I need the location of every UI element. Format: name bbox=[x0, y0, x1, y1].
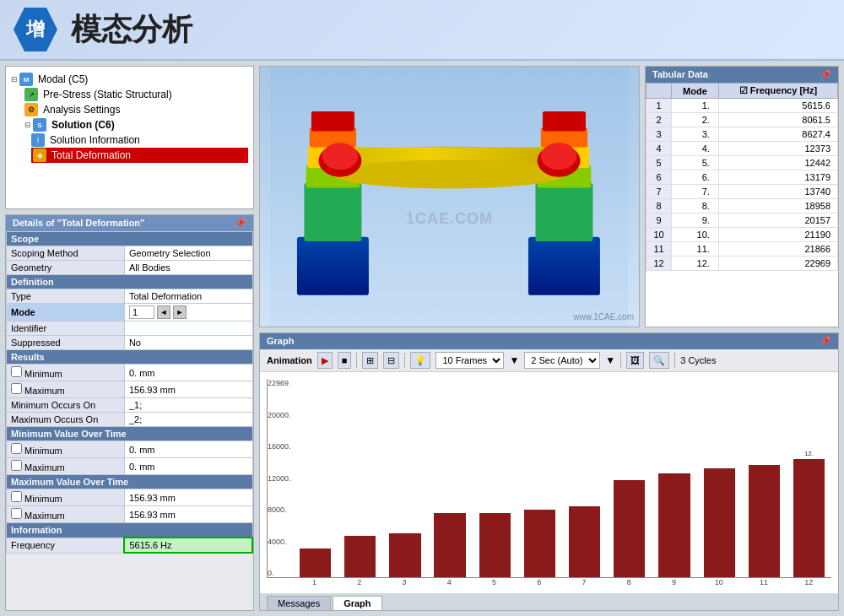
watermark-logo: www.1CAE.com bbox=[573, 312, 634, 322]
tabular-cell-mode: 3. bbox=[672, 127, 719, 142]
tabular-cell-mode: 6. bbox=[672, 170, 719, 185]
tabular-cell-mode: 5. bbox=[672, 156, 719, 170]
bar bbox=[704, 468, 735, 577]
y-axis-label: 0. bbox=[268, 569, 291, 577]
bar bbox=[434, 513, 465, 577]
col-header-row bbox=[647, 84, 672, 99]
tree-item-total-deformation[interactable]: ◈ Total Deformation bbox=[31, 148, 248, 163]
tabular-title-text: Tabular Data bbox=[652, 69, 708, 80]
y-axis-label: 4000. bbox=[268, 538, 291, 546]
bar bbox=[344, 536, 376, 577]
light-bulb-btn[interactable]: 💡 bbox=[410, 352, 430, 369]
bar bbox=[614, 480, 645, 577]
center-right: 1CAE.COM www.1CAE.com Tabular Data 📌 Mod… bbox=[259, 66, 839, 611]
tabular-row: 77.13740 bbox=[647, 185, 838, 199]
frames-select[interactable]: 10 Frames bbox=[436, 352, 504, 369]
tab-messages[interactable]: Messages bbox=[267, 596, 331, 610]
details-checkbox[interactable] bbox=[11, 383, 22, 394]
details-checkbox[interactable] bbox=[11, 366, 22, 377]
bar-wrap bbox=[382, 521, 427, 577]
details-checkbox[interactable] bbox=[11, 508, 22, 519]
bar bbox=[658, 473, 690, 577]
details-value: 156.93 mm bbox=[124, 381, 252, 398]
x-axis-label: 3 bbox=[382, 578, 427, 586]
details-value: Total Deformation bbox=[124, 289, 252, 304]
tree-label-info: Solution Information bbox=[50, 134, 140, 146]
details-label: Maximum bbox=[7, 506, 125, 523]
bar-wrap bbox=[697, 457, 742, 577]
bar-chart: 0.4000.8000.12000.16000.20000.22969 12. bbox=[267, 379, 831, 578]
stop-button[interactable]: ■ bbox=[338, 352, 352, 369]
tabular-cell-mode: 2. bbox=[672, 113, 719, 127]
details-checkbox[interactable] bbox=[11, 460, 22, 471]
tabular-cell-freq: 22969 bbox=[718, 257, 837, 271]
tabular-cell-mode: 11. bbox=[672, 242, 719, 257]
mode-input[interactable] bbox=[129, 305, 154, 319]
x-axis-label: 12 bbox=[787, 578, 831, 586]
tabular-cell-mode: 12. bbox=[672, 257, 719, 271]
section-header-results: Results bbox=[7, 350, 253, 365]
toolbar-separator-1 bbox=[356, 353, 357, 368]
details-label: Suppressed bbox=[7, 336, 125, 350]
details-checkbox[interactable] bbox=[11, 443, 22, 454]
details-label: Geometry bbox=[7, 261, 125, 275]
modal-icon: M bbox=[19, 73, 33, 86]
tree-label-solution: Solution (C6) bbox=[51, 119, 115, 131]
details-checkbox[interactable] bbox=[11, 491, 22, 502]
bar bbox=[389, 533, 420, 577]
x-axis-labels: 123456789101112 bbox=[267, 578, 831, 586]
section-header-scope: Scope bbox=[7, 232, 253, 246]
tabular-cell-freq: 5615.6 bbox=[718, 99, 837, 113]
tabular-cell-freq: 18958 bbox=[718, 199, 837, 213]
details-label: Scoping Method bbox=[7, 246, 125, 261]
tabular-cell-mode: 4. bbox=[672, 142, 719, 156]
x-axis-label: 1 bbox=[292, 578, 337, 586]
play-button[interactable]: ▶ bbox=[317, 352, 333, 369]
cycles-label: 3 Cycles bbox=[680, 355, 716, 365]
details-label: Maximum bbox=[7, 458, 125, 475]
bar-wrap bbox=[562, 494, 607, 577]
details-value: All Bodies bbox=[124, 261, 252, 275]
tabular-cell-row: 12 bbox=[647, 257, 672, 271]
details-value: 0. mm bbox=[124, 458, 252, 475]
tree-item-analysis-settings[interactable]: ⚙ Analysis Settings bbox=[24, 102, 248, 117]
details-value bbox=[124, 322, 252, 336]
tabular-row: 1212.22969 bbox=[647, 257, 838, 271]
graph-content: 0.4000.8000.12000.16000.20000.22969 12. … bbox=[260, 372, 838, 593]
bar-wrap bbox=[517, 498, 562, 577]
tree-item-pre-stress[interactable]: ↗ Pre-Stress (Static Structural) bbox=[24, 87, 248, 102]
tree-item-solution-c6[interactable]: ⊟ S Solution (C6) bbox=[24, 117, 248, 132]
mode-prev-button[interactable]: ◄ bbox=[157, 305, 170, 319]
svg-rect-6 bbox=[311, 111, 354, 131]
tabular-cell-row: 1 bbox=[647, 99, 672, 113]
export-btn[interactable]: 🖼 bbox=[626, 352, 644, 369]
zoom-btn[interactable]: 🔍 bbox=[649, 352, 669, 369]
speed-select[interactable]: 2 Sec (Auto) bbox=[524, 352, 600, 369]
details-row: Maximum156.93 mm bbox=[7, 381, 253, 398]
frames-view-btn[interactable]: ⊞ bbox=[362, 352, 378, 369]
y-axis-label: 20000. bbox=[268, 411, 291, 419]
3d-model-svg bbox=[260, 67, 639, 327]
left-panel: ⊟ M Modal (C5) ↗ Pre-Stress (Static Stru… bbox=[5, 66, 254, 611]
details-row: Minimum0. mm bbox=[7, 441, 253, 458]
toolbar-separator-3 bbox=[620, 353, 621, 368]
header-hex-icon: 增 bbox=[14, 8, 57, 51]
details-row: TypeTotal Deformation bbox=[7, 289, 253, 304]
bar-top-label: 12. bbox=[804, 450, 814, 457]
bar-wrap bbox=[293, 537, 338, 577]
details-panel: Details of "Total Deformation" 📌 ScopeSc… bbox=[5, 214, 254, 611]
tabular-row: 33.8627.4 bbox=[647, 127, 838, 142]
section-header-information: Information bbox=[7, 523, 253, 538]
bar bbox=[479, 513, 511, 577]
tabular-cell-row: 2 bbox=[647, 113, 672, 127]
tab-graph[interactable]: Graph bbox=[333, 596, 381, 610]
deform-icon: ◈ bbox=[33, 149, 46, 162]
pre-stress-icon: ↗ bbox=[24, 88, 38, 101]
tree-item-solution-info[interactable]: i Solution Information bbox=[31, 132, 248, 148]
solution-icon: S bbox=[33, 118, 46, 132]
tabular-cell-mode: 1. bbox=[672, 99, 719, 113]
svg-rect-12 bbox=[543, 111, 586, 131]
tree-item-modal-c5[interactable]: ⊟ M Modal (C5) bbox=[11, 72, 248, 87]
animation-mode-btn[interactable]: ⊟ bbox=[383, 352, 399, 369]
mode-next-button[interactable]: ► bbox=[173, 305, 187, 319]
